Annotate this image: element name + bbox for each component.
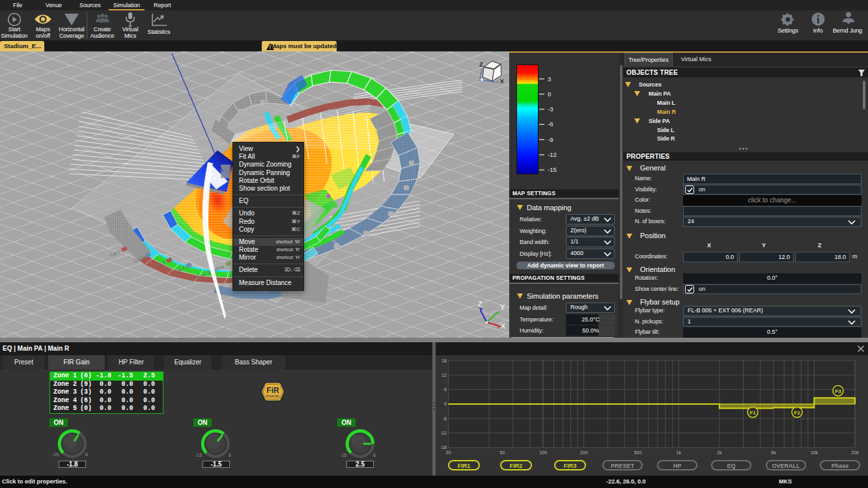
svg-text:-15: -15 bbox=[548, 166, 557, 173]
svg-text:20k: 20k bbox=[851, 450, 859, 455]
svg-text:F2: F2 bbox=[794, 410, 800, 416]
svg-text:X: X bbox=[499, 77, 504, 85]
svg-text:2k: 2k bbox=[717, 450, 722, 455]
svg-text:500: 500 bbox=[634, 450, 642, 455]
svg-text:-12: -12 bbox=[548, 151, 557, 158]
svg-text:PHASE: PHASE bbox=[266, 394, 280, 398]
svg-text:Cat 1: Cat 1 bbox=[109, 249, 121, 258]
svg-text:FiR: FiR bbox=[266, 386, 279, 395]
svg-text:200: 200 bbox=[580, 450, 588, 455]
svg-text:5k: 5k bbox=[771, 450, 776, 455]
svg-text:-6: -6 bbox=[443, 416, 447, 421]
svg-text:18: 18 bbox=[441, 359, 447, 363]
svg-text:0: 0 bbox=[548, 90, 551, 98]
svg-text:3: 3 bbox=[548, 75, 551, 83]
svg-text:12: 12 bbox=[441, 373, 447, 377]
svg-text:0: 0 bbox=[444, 401, 447, 406]
svg-text:Z: Z bbox=[478, 300, 483, 308]
svg-text:-9: -9 bbox=[548, 136, 553, 143]
svg-text:-3: -3 bbox=[548, 105, 553, 113]
svg-text:6: 6 bbox=[444, 387, 447, 392]
svg-text:50: 50 bbox=[499, 450, 505, 455]
svg-text:-6: -6 bbox=[548, 120, 553, 128]
svg-text:Y: Y bbox=[500, 303, 505, 311]
svg-text:-18: -18 bbox=[440, 445, 447, 450]
svg-text:X: X bbox=[501, 322, 506, 330]
svg-text:100: 100 bbox=[539, 450, 547, 455]
svg-text:20: 20 bbox=[446, 450, 451, 455]
svg-text:-12: -12 bbox=[440, 431, 447, 435]
svg-text:Z: Z bbox=[479, 61, 483, 68]
svg-text:F1: F1 bbox=[749, 410, 756, 416]
svg-text:10k: 10k bbox=[811, 450, 819, 455]
svg-text:F3: F3 bbox=[835, 388, 841, 394]
svg-text:1k: 1k bbox=[676, 450, 681, 455]
